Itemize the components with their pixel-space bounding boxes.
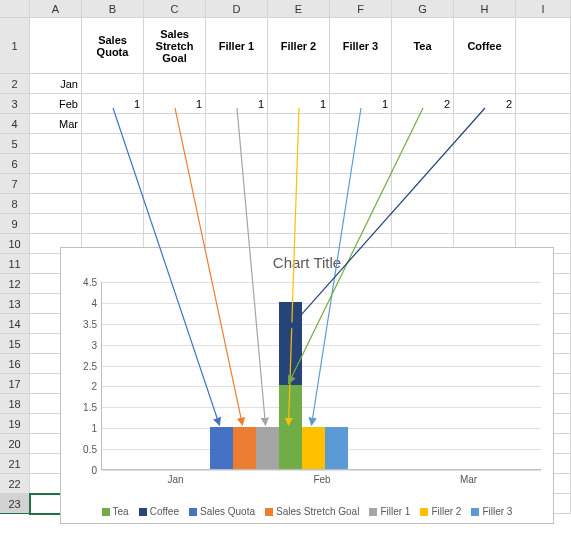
cell-B6[interactable] — [82, 154, 144, 174]
cell-E6[interactable] — [268, 154, 330, 174]
cell-H3[interactable]: 2 — [454, 94, 516, 114]
row-head-18[interactable]: 18 — [0, 394, 30, 414]
row-head-19[interactable]: 19 — [0, 414, 30, 434]
cell-I8[interactable] — [516, 194, 571, 214]
bar-filler-3[interactable] — [325, 427, 348, 469]
row-head-1[interactable]: 1 — [0, 18, 30, 74]
cell-E8[interactable] — [268, 194, 330, 214]
cell-G1[interactable]: Tea — [392, 18, 454, 74]
row-head-21[interactable]: 21 — [0, 454, 30, 474]
cell-B9[interactable] — [82, 214, 144, 234]
cell-I7[interactable] — [516, 174, 571, 194]
cell-H2[interactable] — [454, 74, 516, 94]
row-head-5[interactable]: 5 — [0, 134, 30, 154]
cell-G4[interactable] — [392, 114, 454, 134]
cell-B7[interactable] — [82, 174, 144, 194]
cell-G7[interactable] — [392, 174, 454, 194]
col-head-D[interactable]: D — [206, 0, 268, 18]
cell-I5[interactable] — [516, 134, 571, 154]
cell-A1[interactable] — [30, 18, 82, 74]
cell-C2[interactable] — [144, 74, 206, 94]
col-head-I[interactable]: I — [516, 0, 571, 18]
cell-E7[interactable] — [268, 174, 330, 194]
cell-B1[interactable]: Sales Quota — [82, 18, 144, 74]
cell-I4[interactable] — [516, 114, 571, 134]
cell-G8[interactable] — [392, 194, 454, 214]
cell-E5[interactable] — [268, 134, 330, 154]
cell-A7[interactable] — [30, 174, 82, 194]
cell-D8[interactable] — [206, 194, 268, 214]
legend-item-sales-quota[interactable]: Sales Quota — [189, 506, 255, 517]
cell-C3[interactable]: 1 — [144, 94, 206, 114]
cell-F7[interactable] — [330, 174, 392, 194]
legend-item-sales-stretch-goal[interactable]: Sales Stretch Goal — [265, 506, 359, 517]
cell-H4[interactable] — [454, 114, 516, 134]
cell-B4[interactable] — [82, 114, 144, 134]
cell-H7[interactable] — [454, 174, 516, 194]
legend-item-coffee[interactable]: Coffee — [139, 506, 179, 517]
cell-F3[interactable]: 1 — [330, 94, 392, 114]
row-head-4[interactable]: 4 — [0, 114, 30, 134]
cell-F6[interactable] — [330, 154, 392, 174]
cell-I3[interactable] — [516, 94, 571, 114]
row-head-7[interactable]: 7 — [0, 174, 30, 194]
legend-item-filler-2[interactable]: Filler 2 — [420, 506, 461, 517]
cell-A4[interactable]: Mar — [30, 114, 82, 134]
cell-A2[interactable]: Jan — [30, 74, 82, 94]
row-head-23[interactable]: 23 — [0, 494, 30, 514]
row-head-10[interactable]: 10 — [0, 234, 30, 254]
cell-E2[interactable] — [268, 74, 330, 94]
bar-sales-stretch-goal[interactable] — [233, 427, 256, 469]
cell-C7[interactable] — [144, 174, 206, 194]
col-head-H[interactable]: H — [454, 0, 516, 18]
cell-D1[interactable]: Filler 1 — [206, 18, 268, 74]
cell-B5[interactable] — [82, 134, 144, 154]
legend-item-filler-1[interactable]: Filler 1 — [369, 506, 410, 517]
cell-G9[interactable] — [392, 214, 454, 234]
cell-A8[interactable] — [30, 194, 82, 214]
cell-D5[interactable] — [206, 134, 268, 154]
row-head-6[interactable]: 6 — [0, 154, 30, 174]
row-head-13[interactable]: 13 — [0, 294, 30, 314]
row-head-11[interactable]: 11 — [0, 254, 30, 274]
cell-C6[interactable] — [144, 154, 206, 174]
cell-I1[interactable] — [516, 18, 571, 74]
cell-B2[interactable] — [82, 74, 144, 94]
cell-D4[interactable] — [206, 114, 268, 134]
cell-H8[interactable] — [454, 194, 516, 214]
row-head-17[interactable]: 17 — [0, 374, 30, 394]
cell-F1[interactable]: Filler 3 — [330, 18, 392, 74]
cell-I6[interactable] — [516, 154, 571, 174]
col-head-B[interactable]: B — [82, 0, 144, 18]
cell-F4[interactable] — [330, 114, 392, 134]
cell-G3[interactable]: 2 — [392, 94, 454, 114]
cell-C5[interactable] — [144, 134, 206, 154]
cell-B3[interactable]: 1 — [82, 94, 144, 114]
bar-sales-quota[interactable] — [210, 427, 233, 469]
cell-C4[interactable] — [144, 114, 206, 134]
cell-F9[interactable] — [330, 214, 392, 234]
chart-container[interactable]: Chart Title 00.511.522.533.544.5JanFebMa… — [60, 247, 554, 524]
select-all-corner[interactable] — [0, 0, 30, 18]
row-head-9[interactable]: 9 — [0, 214, 30, 234]
row-head-2[interactable]: 2 — [0, 74, 30, 94]
cell-G6[interactable] — [392, 154, 454, 174]
cell-E9[interactable] — [268, 214, 330, 234]
row-head-15[interactable]: 15 — [0, 334, 30, 354]
cell-E3[interactable]: 1 — [268, 94, 330, 114]
cell-F8[interactable] — [330, 194, 392, 214]
legend-item-filler-3[interactable]: Filler 3 — [471, 506, 512, 517]
cell-E1[interactable]: Filler 2 — [268, 18, 330, 74]
cell-D2[interactable] — [206, 74, 268, 94]
cell-C1[interactable]: Sales Stretch Goal — [144, 18, 206, 74]
cell-D3[interactable]: 1 — [206, 94, 268, 114]
cell-D9[interactable] — [206, 214, 268, 234]
cell-D6[interactable] — [206, 154, 268, 174]
bar-filler-2[interactable] — [302, 427, 325, 469]
cell-A5[interactable] — [30, 134, 82, 154]
bar-coffee[interactable] — [279, 302, 302, 386]
cell-F5[interactable] — [330, 134, 392, 154]
row-head-20[interactable]: 20 — [0, 434, 30, 454]
row-head-8[interactable]: 8 — [0, 194, 30, 214]
cell-C8[interactable] — [144, 194, 206, 214]
